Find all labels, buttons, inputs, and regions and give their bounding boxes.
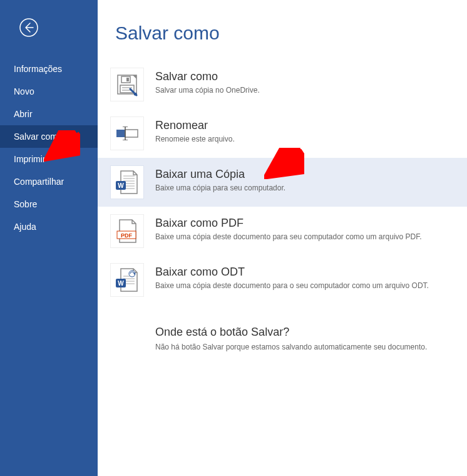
svg-text:W: W	[118, 280, 124, 287]
option-rename[interactable]: Renomear Renomeie este arquivo.	[98, 109, 467, 158]
sidebar-item-label: Imprimir	[14, 154, 46, 164]
option-title: Baixar como PDF	[155, 217, 422, 230]
svg-text:PDF: PDF	[121, 232, 133, 239]
sidebar-item-ajuda[interactable]: Ajuda	[0, 215, 98, 238]
sidebar-item-sobre[interactable]: Sobre	[0, 193, 98, 215]
sidebar-item-informacoes[interactable]: Informações	[0, 58, 98, 80]
sidebar-item-imprimir[interactable]: Imprimir	[0, 148, 98, 170]
sidebar-item-label: Sobre	[14, 199, 37, 209]
page-title: Salvar como	[115, 23, 467, 44]
option-download-odt[interactable]: W Baixar como ODT Baixe uma cópia deste …	[98, 256, 467, 304]
option-desc: Baixe uma cópia deste documento para o s…	[155, 281, 429, 290]
sidebar-item-abrir[interactable]: Abrir	[0, 103, 98, 125]
option-desc: Salvar uma cópia no OneDrive.	[155, 86, 260, 95]
option-title: Renomear	[155, 119, 235, 132]
footer-title: Onde está o botão Salvar?	[155, 326, 454, 339]
sidebar-item-label: Ajuda	[14, 222, 36, 232]
option-desc: Baixe uma cópia deste documento para seu…	[155, 232, 422, 241]
svg-rect-6	[126, 78, 129, 81]
option-desc: Renomeie este arquivo.	[155, 135, 235, 143]
svg-marker-4	[133, 75, 136, 79]
sidebar: Informações Novo Abrir Salvar como Impri…	[0, 0, 98, 476]
svg-rect-10	[116, 130, 125, 137]
sidebar-item-label: Compartilhar	[14, 177, 64, 187]
sidebar-item-label: Abrir	[14, 109, 33, 119]
back-button[interactable]	[16, 15, 41, 40]
option-text: Baixar como ODT Baixe uma cópia deste do…	[155, 263, 429, 290]
download-odt-icon: W	[110, 263, 144, 297]
rename-icon	[110, 116, 144, 150]
option-download-copy[interactable]: W Baixar uma Cópia Baixe uma cópia para …	[98, 158, 467, 207]
footer-desc: Não há botão Salvar porque estamos salva…	[155, 343, 454, 351]
back-arrow-icon	[19, 18, 38, 37]
option-save-as[interactable]: Salvar como Salvar uma cópia no OneDrive…	[98, 60, 467, 109]
option-text: Salvar como Salvar uma cópia no OneDrive…	[155, 68, 260, 95]
sidebar-item-label: Novo	[14, 86, 34, 96]
option-download-pdf[interactable]: PDF Baixar como PDF Baixe uma cópia dest…	[98, 207, 467, 256]
option-title: Salvar como	[155, 70, 260, 83]
option-title: Baixar como ODT	[155, 266, 429, 279]
sidebar-item-compartilhar[interactable]: Compartilhar	[0, 170, 98, 193]
option-text: Baixar uma Cópia Baixe uma cópia para se…	[155, 165, 285, 192]
sidebar-item-label: Salvar como	[14, 132, 63, 142]
option-text: Baixar como PDF Baixe uma cópia deste do…	[155, 214, 422, 241]
sidebar-item-label: Informações	[14, 64, 62, 74]
option-desc: Baixe uma cópia para seu computador.	[155, 184, 285, 192]
sidebar-item-salvar-como[interactable]: Salvar como	[0, 125, 98, 148]
svg-text:W: W	[118, 182, 124, 189]
svg-rect-11	[125, 130, 138, 137]
download-pdf-icon: PDF	[110, 214, 144, 248]
download-copy-icon: W	[110, 165, 144, 199]
option-text: Renomear Renomeie este arquivo.	[155, 116, 235, 143]
footer-info: Onde está o botão Salvar? Não há botão S…	[155, 326, 454, 351]
sidebar-item-novo[interactable]: Novo	[0, 80, 98, 103]
option-title: Baixar uma Cópia	[155, 168, 285, 181]
main-panel: Salvar como Salvar como Salvar uma cópia…	[98, 0, 467, 476]
save-as-icon	[110, 68, 144, 101]
